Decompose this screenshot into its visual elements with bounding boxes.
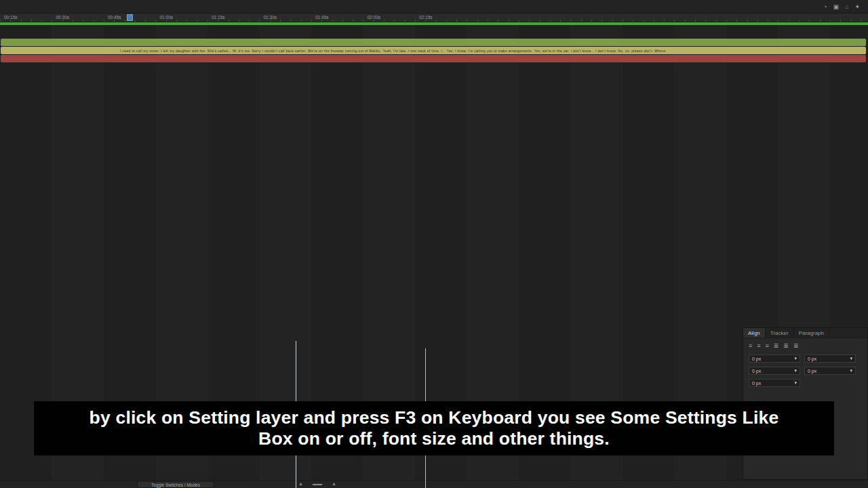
zoom-out-icon[interactable]: ▲ bbox=[298, 481, 303, 486]
indent-field[interactable]: 0 px▾ bbox=[804, 354, 856, 363]
zoom-in-icon[interactable]: ▲ bbox=[332, 481, 336, 486]
paragraph-values: 0 px▾0 px▾0 px▾0 px▾0 px▾ bbox=[743, 353, 867, 388]
indent-field[interactable]: 0 px▾ bbox=[749, 379, 800, 387]
graph-editor-icon[interactable]: ◔ bbox=[823, 3, 827, 10]
timeline-panel: ◔ ▣ ⌂ ✦ 00:15s00:30s00:45s01:00s01:15s01… bbox=[0, 0, 447, 152]
tab-paragraph[interactable]: Paragraph bbox=[794, 328, 829, 338]
ruler-time-label: 01:15s bbox=[212, 14, 264, 22]
ruler-time-label: 01:30s bbox=[264, 14, 316, 22]
align-right-icon[interactable]: ≡ bbox=[766, 342, 769, 349]
ruler-time-label: 02:15s bbox=[419, 14, 471, 22]
chevron-down-icon: ▾ bbox=[850, 356, 852, 361]
layer-duration-bar[interactable]: I need to call my sister. I left my daug… bbox=[1, 47, 866, 54]
tutorial-caption: by click on Setting layer and press F3 o… bbox=[34, 401, 834, 455]
caption-line-2: Box on or off, font size and other thing… bbox=[258, 428, 610, 449]
paragraph-align-buttons: ≡ ≡ ≡ ≣ ≣ ≣ bbox=[743, 338, 867, 353]
playhead-handle[interactable] bbox=[127, 14, 133, 21]
align-left-icon[interactable]: ≡ bbox=[749, 342, 752, 349]
chevron-down-icon: ▾ bbox=[794, 356, 797, 361]
justify-left-icon[interactable]: ≣ bbox=[774, 342, 779, 349]
options-icon[interactable]: ✦ bbox=[854, 3, 860, 10]
zoom-slider[interactable]: ▬▬ bbox=[313, 481, 322, 486]
indent-field[interactable]: 0 px▾ bbox=[749, 354, 800, 363]
indent-field[interactable]: 0 px▾ bbox=[749, 367, 800, 375]
layer-duration-bar[interactable] bbox=[1, 55, 866, 62]
align-center-icon[interactable]: ≡ bbox=[757, 342, 760, 349]
tab-align[interactable]: Align bbox=[743, 328, 766, 338]
indent-field[interactable]: 0 px▾ bbox=[804, 367, 856, 375]
ruler-time-label: 02:00s bbox=[368, 14, 420, 22]
ruler-time-label: 00:30s bbox=[56, 14, 108, 22]
justify-right-icon[interactable]: ≣ bbox=[793, 342, 799, 349]
ruler-time-label: 00:15s bbox=[4, 14, 56, 22]
chevron-down-icon: ▾ bbox=[794, 368, 797, 373]
ruler-time-label: 01:00s bbox=[160, 14, 212, 22]
caption-line-1: by click on Setting layer and press F3 o… bbox=[90, 407, 779, 428]
ruler-time-label: 01:45s bbox=[315, 14, 368, 22]
chevron-down-icon: ▾ bbox=[850, 368, 852, 373]
timeline-toolbar: ◔ ▣ ⌂ ✦ bbox=[0, 0, 868, 14]
timeline-zoom-controls: ▲ ▬▬ ▲ bbox=[298, 481, 336, 486]
charts-icon[interactable]: ▣ bbox=[833, 3, 840, 10]
toggle-switches-modes-button[interactable]: Toggle Switches / Modes bbox=[137, 481, 214, 488]
tab-tracker[interactable]: Tracker bbox=[766, 328, 794, 338]
chevron-down-icon: ▾ bbox=[794, 380, 797, 386]
camera-icon[interactable]: ⌂ bbox=[845, 3, 848, 10]
justify-center-icon[interactable]: ≣ bbox=[783, 342, 789, 349]
layer-duration-bar[interactable] bbox=[1, 39, 866, 46]
layer-bars: I need to call my sister. I left my daug… bbox=[1, 39, 866, 63]
bottom-strip: Toggle Switches / Modes ▲ ▬▬ ▲ bbox=[0, 480, 868, 488]
ruler-time-label: 00:45s bbox=[108, 14, 160, 22]
